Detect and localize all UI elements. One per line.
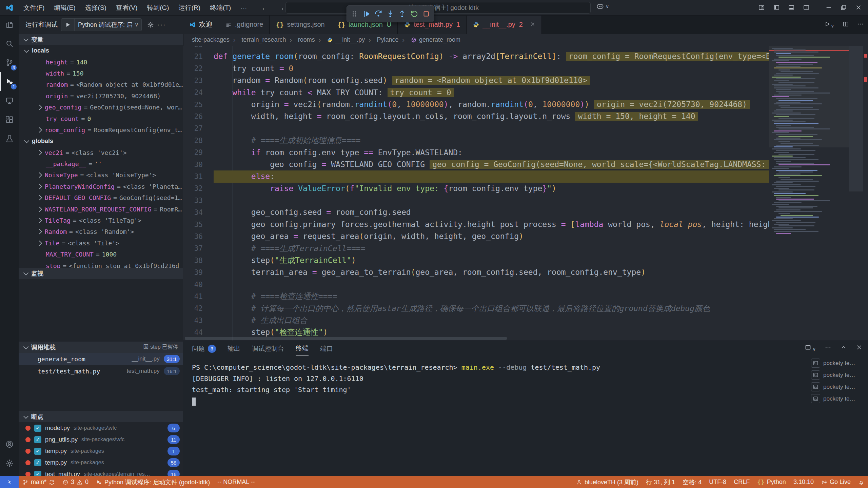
variable-row-origin[interactable]: origin=vec2i(7205730, 9024468): [19, 90, 183, 102]
editor-scrollbar[interactable]: [849, 46, 863, 191]
editor-action-split-editor[interactable]: [842, 21, 849, 29]
panel-split-button[interactable]: ∨: [805, 344, 816, 352]
debug-config-select[interactable]: Python 调试程序: 启 ∨: [61, 18, 142, 31]
code-line-30[interactable]: 30 geo_config = WASTELAND_GEO_CONFIGgeo_…: [183, 159, 769, 170]
breakpoint-row-1[interactable]: ✓png_utils.pysite-packages\wfc11: [19, 434, 183, 445]
terminal-list-item-2[interactable]: pockety te…: [811, 381, 865, 393]
variable-row-Random[interactable]: Random=<class 'Random'>: [19, 226, 183, 237]
tab-settings.json[interactable]: {}settings.json: [270, 15, 331, 34]
start-debug-icon[interactable]: [61, 19, 75, 31]
tab-__init__.py[interactable]: __init__.py2: [467, 15, 542, 34]
breakpoint-row-2[interactable]: ✓temp.pysite-packages1: [19, 445, 183, 457]
editor-action-run-file[interactable]: ∨: [824, 21, 834, 29]
menu-item-7[interactable]: ···: [236, 0, 252, 15]
code-line-33[interactable]: 33: [183, 195, 769, 206]
code-line-36[interactable]: 36 geo_area = request_area(origin, width…: [183, 230, 769, 242]
editor-horizontal-scrollbar[interactable]: [185, 337, 507, 340]
debug-step-out-button[interactable]: [398, 9, 407, 18]
code-line-20[interactable]: 20: [183, 46, 769, 50]
panel-tab-0[interactable]: 问题3: [192, 341, 216, 356]
watch-section-header[interactable]: 监视: [19, 268, 183, 279]
statusbar-eol[interactable]: CRLF: [730, 476, 753, 488]
menu-item-1[interactable]: 编辑(E): [49, 0, 80, 15]
statusbar-git-branch[interactable]: main*: [19, 476, 59, 488]
nav-back-icon[interactable]: ←: [261, 3, 269, 12]
variable-row-NoiseType[interactable]: NoiseType=<class 'NoiseType'>: [19, 169, 183, 181]
menu-item-4[interactable]: 转到(G): [142, 0, 174, 15]
statusbar-cursor-position[interactable]: 行 31, 列 1: [642, 476, 679, 488]
breakpoint-checkbox[interactable]: ✓: [34, 425, 41, 432]
callstack-section-header[interactable]: 调用堆栈 因 step 已暂停: [19, 342, 183, 353]
stack-frame-1[interactable]: test/test_math.pytest_math.py16:1: [19, 365, 183, 377]
statusbar-debug-config[interactable]: Python 调试程序: 启动文件 (godot-ldtk): [92, 476, 214, 488]
command-center-search[interactable]: [扩展开发宿主] godot-ldtk: [285, 2, 591, 14]
statusbar-vim-mode[interactable]: -- NORMAL --: [214, 476, 258, 488]
copilot-menu[interactable]: ∨: [596, 2, 609, 11]
breakpoints-section-header[interactable]: 断点: [19, 411, 183, 422]
toggle-sidebar-right-button[interactable]: [799, 0, 814, 15]
variables-section-header[interactable]: 变量: [19, 34, 183, 45]
statusbar-encoding[interactable]: UTF-8: [705, 476, 730, 488]
code-line-43[interactable]: 43 # 生成出口组合: [183, 314, 769, 326]
code-line-32[interactable]: 32 raise ValueError(f"Invalid env type: …: [183, 183, 769, 195]
breakpoint-checkbox[interactable]: ✓: [34, 471, 41, 476]
variable-row-try_count[interactable]: try_count=0: [19, 113, 183, 124]
code-line-24[interactable]: 24 while try_count < MAX_TRY_COUNT:try_c…: [183, 87, 769, 99]
menu-item-5[interactable]: 运行(R): [174, 0, 205, 15]
panel-more-actions[interactable]: [825, 344, 831, 352]
breakpoint-row-0[interactable]: ✓model.pysite-packages\wfc6: [19, 422, 183, 434]
breadcrumb-item-1[interactable]: terrain_research: [230, 36, 286, 44]
menu-item-6[interactable]: 终端(T): [205, 0, 236, 15]
code-line-28[interactable]: 28 # ====生成初始地理信息====: [183, 135, 769, 146]
panel-tab-4[interactable]: 端口: [320, 341, 333, 356]
code-line-26[interactable]: 26 width, height = room_config.layout.n_…: [183, 110, 769, 122]
variable-row-DEFAULT_GEO_CONFIG[interactable]: DEFAULT_GEO_CONFIG=GeoConfig(seed=1…: [19, 192, 183, 203]
variable-row-stop[interactable]: stop=<function stop at 0x1bf9cd216d: [19, 260, 183, 268]
breakpoint-checkbox[interactable]: ✓: [34, 448, 41, 455]
code-line-35[interactable]: 35 geo_config.primary_forces.geothermal_…: [183, 219, 769, 230]
minimap[interactable]: [769, 46, 849, 341]
statusbar-language-mode[interactable]: {}Python: [753, 476, 790, 488]
statusbar-problems[interactable]: 30: [59, 476, 92, 488]
variable-row-random[interactable]: random=<Random object at 0x1bf9d01e…: [19, 79, 183, 90]
breakpoint-row-4[interactable]: ✓test_math.pysite-packages\terrain_res…1…: [19, 468, 183, 476]
panel-tab-3[interactable]: 终端: [296, 341, 309, 356]
activitybar-search[interactable]: [0, 34, 19, 53]
variables-group-locals[interactable]: locals: [19, 45, 183, 56]
variable-row-width[interactable]: width=150: [19, 68, 183, 79]
code-editor[interactable]: 2021def generate_room(room_config: RoomR…: [183, 46, 769, 341]
variable-row-vec2i[interactable]: vec2i=<class 'vec2i'>: [19, 147, 183, 158]
panel-close-button[interactable]: [856, 344, 863, 352]
activitybar-settings[interactable]: [0, 454, 19, 473]
code-line-22[interactable]: 22 try_count = 0: [183, 63, 769, 75]
panel-tab-1[interactable]: 输出: [228, 341, 240, 356]
variable-row-__package__[interactable]: __package__='': [19, 158, 183, 169]
statusbar-python-version[interactable]: 3.10.10: [790, 476, 817, 488]
breakpoint-checkbox[interactable]: ✓: [34, 436, 41, 443]
debug-step-into-button[interactable]: [386, 9, 395, 18]
terminal-list-item-3[interactable]: pockety te…: [811, 393, 865, 405]
tab-.gdignore[interactable]: .gdignore: [219, 15, 270, 34]
statusbar-go-live[interactable]: Go Live: [817, 476, 854, 488]
debug-debug-stop-button[interactable]: [422, 9, 431, 18]
variable-row-height[interactable]: height=140: [19, 56, 183, 67]
editor-action-more-actions[interactable]: [857, 21, 864, 29]
code-line-27[interactable]: 27: [183, 123, 769, 135]
code-line-31[interactable]: 31 else:: [183, 170, 769, 182]
code-line-21[interactable]: 21def generate_room(room_config: RoomReq…: [183, 50, 769, 62]
code-line-34[interactable]: 34 geo_config.seed = room_config.seed: [183, 206, 769, 218]
breakpoint-checkbox[interactable]: ✓: [34, 459, 41, 466]
code-line-23[interactable]: 23 random = Random(room_config.seed)rand…: [183, 75, 769, 86]
activitybar-run-debug[interactable]: 1: [0, 72, 19, 91]
terminal-output[interactable]: PS C:\computer_science\godot-ldtk\site-p…: [192, 362, 600, 407]
code-line-40[interactable]: 40: [183, 279, 769, 290]
menu-item-0[interactable]: 文件(F): [19, 0, 49, 15]
activitybar-account[interactable]: [0, 435, 19, 454]
minimize-button[interactable]: [821, 0, 836, 15]
code-line-29[interactable]: 29 if room_config.env_type == EnvType.WA…: [183, 147, 769, 159]
variable-row-geo_config[interactable]: geo_config=GeoConfig(seed=None, wor…: [19, 102, 183, 113]
maximize-button[interactable]: [836, 0, 851, 15]
panel-maximize-button[interactable]: [840, 344, 847, 352]
code-line-25[interactable]: 25 origin = vec2i(random.randint(0, 1000…: [183, 99, 769, 110]
activitybar-testing[interactable]: [0, 129, 19, 148]
